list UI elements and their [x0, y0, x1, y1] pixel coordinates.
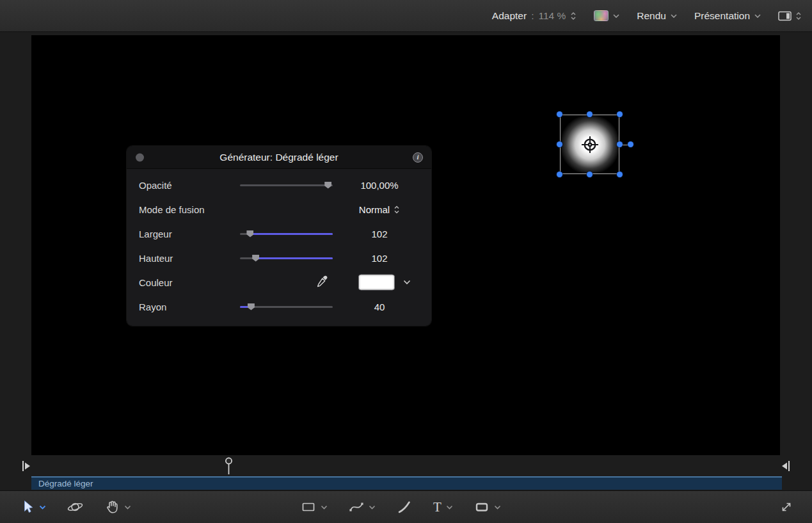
width-value: 102 — [342, 229, 417, 239]
select-tool-group[interactable] — [22, 500, 46, 514]
chevron-down-icon[interactable] — [321, 505, 328, 510]
blend-mode-value: Normal — [359, 204, 390, 215]
expand-fullscreen-icon[interactable] — [779, 499, 794, 515]
stepper-icon — [570, 12, 577, 20]
timeline-clip-label: Dégradé léger — [31, 479, 93, 488]
transform-orbit-tool-icon[interactable] — [67, 499, 84, 515]
chevron-down-icon[interactable] — [369, 505, 376, 510]
mask-tool-group[interactable] — [474, 499, 501, 515]
chevron-down-icon — [613, 14, 619, 18]
selection-handle[interactable] — [587, 111, 593, 117]
chevron-down-icon — [671, 14, 677, 18]
playhead[interactable] — [225, 457, 233, 475]
pane-layout-control[interactable] — [778, 11, 802, 21]
text-tool-icon[interactable]: T — [433, 501, 442, 514]
selection-handle[interactable] — [617, 172, 623, 177]
top-toolbar: Adapter : 114 % Rendu — [0, 0, 812, 32]
hud-body: Opacité 100,00% Mode de fusion Normal La… — [127, 169, 431, 319]
pan-tool-group[interactable] — [104, 499, 131, 515]
color-swatch[interactable] — [358, 275, 395, 291]
render-label: Rendu — [637, 10, 666, 22]
chevron-down-icon[interactable] — [494, 505, 501, 510]
close-button[interactable] — [136, 153, 144, 161]
hand-tool-icon[interactable] — [104, 499, 120, 515]
bottom-toolbar-center: T — [301, 491, 501, 523]
bezier-tool-group[interactable] — [349, 499, 376, 515]
radius-row: Rayon 40 — [127, 294, 431, 319]
info-glyph: i — [417, 154, 418, 161]
selection-handle[interactable] — [557, 141, 562, 147]
blend-mode-label: Mode de fusion — [139, 204, 205, 215]
stepper-icon — [795, 12, 802, 20]
bezier-pen-tool-icon[interactable] — [349, 499, 364, 515]
radius-slider[interactable] — [240, 306, 333, 308]
width-row: Largeur 102 — [127, 221, 431, 246]
timeline-clip-bar[interactable]: Dégradé léger — [31, 476, 782, 490]
timeline-out-marker[interactable] — [781, 460, 791, 472]
selection-handle[interactable] — [617, 111, 623, 117]
mask-rectangle-tool-icon[interactable] — [474, 499, 490, 515]
blend-mode-popup[interactable]: Normal — [342, 204, 417, 215]
slider-thumb[interactable] — [246, 230, 253, 237]
height-label: Hauteur — [139, 253, 173, 264]
hud-panel: Générateur: Dégradé léger i Opacité 100,… — [127, 146, 431, 326]
radius-label: Rayon — [139, 302, 166, 312]
opacity-value: 100,00% — [342, 180, 417, 191]
anchor-target-icon[interactable] — [580, 135, 600, 154]
bottom-toolbar: T — [0, 490, 812, 523]
motion-app-window: Adapter : 114 % Rendu — [0, 0, 812, 523]
color-label: Couleur — [139, 277, 173, 288]
selected-gradient-object[interactable] — [560, 115, 619, 174]
stepper-icon — [394, 205, 400, 214]
rectangle-tool-icon[interactable] — [301, 499, 316, 515]
info-button[interactable]: i — [413, 152, 423, 163]
eyedropper-button[interactable] — [315, 275, 329, 291]
presentation-label: Présentation — [694, 10, 750, 22]
hud-titlebar[interactable]: Générateur: Dégradé léger i — [127, 146, 431, 169]
color-row: Couleur — [127, 270, 431, 294]
opacity-label: Opacité — [139, 180, 172, 191]
opacity-row: Opacité 100,00% — [127, 173, 431, 197]
width-label: Largeur — [139, 229, 172, 239]
mini-timeline[interactable] — [0, 455, 812, 476]
selection-handle[interactable] — [617, 141, 623, 147]
width-slider[interactable] — [240, 233, 333, 235]
bottom-toolbar-right — [779, 491, 794, 523]
selection-handle[interactable] — [557, 172, 562, 177]
slider-thumb[interactable] — [252, 255, 259, 262]
bottom-toolbar-left — [22, 491, 131, 523]
text-tool-group[interactable]: T — [433, 501, 453, 514]
zoom-value: 114 % — [538, 10, 566, 22]
presentation-dropdown[interactable]: Présentation — [694, 10, 761, 22]
select-arrow-tool-icon[interactable] — [22, 500, 35, 514]
radius-value: 40 — [342, 302, 417, 312]
height-value: 102 — [342, 253, 417, 264]
hud-title: Générateur: Dégradé léger — [219, 152, 338, 163]
color-thumbnail-icon — [594, 10, 609, 21]
zoom-label: Adapter — [492, 10, 527, 22]
paint-stroke-tool-icon[interactable] — [397, 499, 412, 515]
blend-mode-row: Mode de fusion Normal — [127, 197, 431, 221]
zoom-popup[interactable]: Adapter : 114 % — [492, 10, 577, 22]
eyedropper-icon — [315, 275, 329, 288]
selection-handle[interactable] — [587, 172, 593, 177]
chevron-down-icon[interactable] — [403, 280, 411, 285]
shape-tool-group[interactable] — [301, 499, 328, 515]
height-row: Hauteur 102 — [127, 246, 431, 270]
rotation-handle[interactable] — [628, 141, 633, 147]
chevron-down-icon — [754, 14, 761, 18]
chevron-down-icon[interactable] — [446, 505, 453, 510]
color-channels-dropdown[interactable] — [594, 10, 619, 21]
render-dropdown[interactable]: Rendu — [637, 10, 677, 22]
pane-icon — [778, 11, 792, 21]
chevron-down-icon[interactable] — [124, 505, 131, 510]
selection-handle[interactable] — [557, 111, 562, 117]
timeline-in-marker[interactable] — [21, 460, 31, 472]
slider-thumb[interactable] — [324, 182, 331, 189]
slider-thumb[interactable] — [248, 303, 255, 310]
toolbar-right-group: Adapter : 114 % Rendu — [492, 10, 812, 22]
opacity-slider[interactable] — [240, 184, 333, 186]
chevron-down-icon[interactable] — [39, 505, 46, 510]
height-slider[interactable] — [240, 257, 333, 259]
zoom-separator: : — [531, 10, 534, 22]
